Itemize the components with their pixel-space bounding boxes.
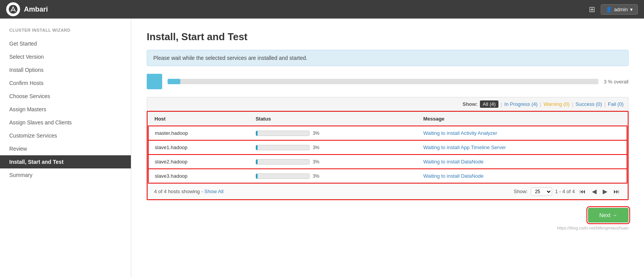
- mini-pct: 3%: [313, 159, 319, 165]
- filter-all[interactable]: All (4): [480, 100, 498, 108]
- table-row: slave1.hadoop 3% Waiting to install App …: [148, 140, 627, 155]
- col-message: Message: [417, 112, 627, 126]
- col-status: Status: [249, 112, 417, 126]
- overall-progress-area: 3 % overall: [147, 74, 629, 89]
- sidebar-item-review[interactable]: Review: [0, 142, 131, 155]
- main-layout: CLUSTER INSTALL WIZARD Get Started Selec…: [0, 19, 644, 277]
- admin-label: admin: [614, 7, 628, 12]
- hosts-table-wrap: Host Status Message master.hadoop 3% Wai…: [147, 112, 628, 199]
- cell-status: 3%: [249, 126, 417, 140]
- prev-page-btn[interactable]: ◀: [590, 187, 598, 196]
- showing-text: 4 of 4 hosts showing - Show All: [154, 189, 224, 194]
- mini-bar-outer: [256, 173, 310, 179]
- show-all-link[interactable]: Show All: [204, 189, 224, 194]
- sidebar-item-summary[interactable]: Summary: [0, 168, 131, 182]
- next-button[interactable]: Next →: [588, 208, 629, 223]
- info-banner: Please wait while the selected services …: [147, 50, 629, 66]
- cell-host: slave3.hadoop: [148, 169, 249, 183]
- sidebar-item-choose-services[interactable]: Choose Services: [0, 90, 131, 103]
- mini-bar-outer: [256, 131, 310, 136]
- progress-label: 3 % overall: [604, 79, 629, 85]
- hosts-table-outline: Host Status Message master.hadoop 3% Wai…: [147, 111, 629, 200]
- mini-pct: 3%: [313, 173, 319, 179]
- cell-host: slave2.hadoop: [148, 155, 249, 169]
- message-link[interactable]: Waiting to install App Timeline Server: [423, 144, 506, 150]
- hosts-table: Host Status Message master.hadoop 3% Wai…: [148, 112, 627, 184]
- table-footer: 4 of 4 hosts showing - Show All Show: 25…: [148, 184, 627, 199]
- page-show-label: Show:: [514, 189, 528, 194]
- cell-message: Waiting to install App Timeline Server: [417, 140, 627, 155]
- mini-bar-outer: [256, 159, 310, 165]
- sidebar-item-assign-slaves[interactable]: Assign Slaves and Clients: [0, 116, 131, 129]
- sidebar-section-title: CLUSTER INSTALL WIZARD: [0, 28, 131, 37]
- page-size-select[interactable]: 25 50 100: [531, 187, 552, 196]
- watermark: https://blog.csdn.net/bifengmiaozhuan: [147, 226, 629, 230]
- top-navbar: Ambari ⊞ 👤 admin ▾: [0, 0, 644, 19]
- mini-progress: 3%: [256, 145, 411, 150]
- filter-warning[interactable]: Warning (0): [544, 101, 569, 107]
- col-host: Host: [148, 112, 249, 126]
- ambari-logo: [6, 2, 20, 16]
- grid-icon[interactable]: ⊞: [589, 5, 595, 14]
- page-title: Install, Start and Test: [147, 31, 629, 43]
- sidebar-item-install-options[interactable]: Install Options: [0, 63, 131, 76]
- show-label: Show:: [463, 101, 478, 107]
- sidebar: CLUSTER INSTALL WIZARD Get Started Selec…: [0, 19, 131, 277]
- cell-status: 3%: [249, 155, 417, 169]
- last-page-btn[interactable]: ⏭: [612, 187, 621, 196]
- cell-message: Waiting to install DataNode: [417, 169, 627, 183]
- btn-area: Next →: [147, 208, 629, 223]
- pagination-info: 1 - 4 of 4: [555, 189, 575, 194]
- first-page-btn[interactable]: ⏮: [578, 187, 587, 196]
- sidebar-item-confirm-hosts[interactable]: Confirm Hosts: [0, 76, 131, 90]
- mini-bar-inner: [256, 145, 258, 150]
- sidebar-item-customize-services[interactable]: Customize Services: [0, 129, 131, 142]
- sidebar-item-select-version[interactable]: Select Version: [0, 50, 131, 63]
- mini-progress: 3%: [256, 131, 411, 136]
- mini-pct: 3%: [313, 145, 319, 150]
- sidebar-item-get-started[interactable]: Get Started: [0, 37, 131, 50]
- message-link[interactable]: Waiting to install Activity Analyzer: [423, 130, 497, 136]
- cell-status: 3%: [249, 169, 417, 183]
- filter-fail[interactable]: Fail (0): [608, 101, 624, 107]
- table-row: slave3.hadoop 3% Waiting to install Data…: [148, 169, 627, 183]
- cell-status: 3%: [249, 140, 417, 155]
- cell-host: master.hadoop: [148, 126, 249, 140]
- message-link[interactable]: Waiting to install DataNode: [423, 159, 483, 165]
- main-content: Install, Start and Test Please wait whil…: [131, 19, 644, 277]
- sidebar-item-assign-masters[interactable]: Assign Masters: [0, 103, 131, 116]
- filter-row: Show: All (4) | In Progress (4) | Warnin…: [147, 97, 629, 111]
- table-row: master.hadoop 3% Waiting to install Acti…: [148, 126, 627, 140]
- admin-dropdown[interactable]: 👤 admin ▾: [601, 4, 638, 15]
- mini-bar-outer: [256, 145, 310, 150]
- progress-icon-box: [147, 74, 162, 89]
- sidebar-item-install-start-test[interactable]: Install, Start and Test: [0, 155, 131, 168]
- mini-progress: 3%: [256, 159, 411, 165]
- table-row: slave2.hadoop 3% Waiting to install Data…: [148, 155, 627, 169]
- overall-progress-bar: [168, 79, 598, 84]
- cell-host: slave1.hadoop: [148, 140, 249, 155]
- user-icon: 👤: [606, 7, 612, 12]
- mini-progress: 3%: [256, 173, 411, 179]
- next-page-btn[interactable]: ▶: [601, 187, 609, 196]
- brand-name: Ambari: [24, 5, 48, 14]
- cell-message: Waiting to install Activity Analyzer: [417, 126, 627, 140]
- caret-icon: ▾: [630, 7, 633, 12]
- progress-bar-fill: [168, 79, 180, 84]
- mini-pct: 3%: [313, 131, 319, 136]
- brand-logo: Ambari: [6, 2, 48, 16]
- filter-in-progress[interactable]: In Progress (4): [504, 101, 537, 107]
- mini-bar-inner: [256, 160, 258, 164]
- mini-bar-inner: [256, 174, 258, 178]
- mini-bar-inner: [256, 131, 258, 136]
- cell-message: Waiting to install DataNode: [417, 155, 627, 169]
- pagination-right: Show: 25 50 100 1 - 4 of 4 ⏮ ◀ ▶ ⏭: [514, 187, 621, 196]
- topnav-right: ⊞ 👤 admin ▾: [589, 4, 638, 15]
- filter-success[interactable]: Success (0): [576, 101, 602, 107]
- message-link[interactable]: Waiting to install DataNode: [423, 173, 483, 179]
